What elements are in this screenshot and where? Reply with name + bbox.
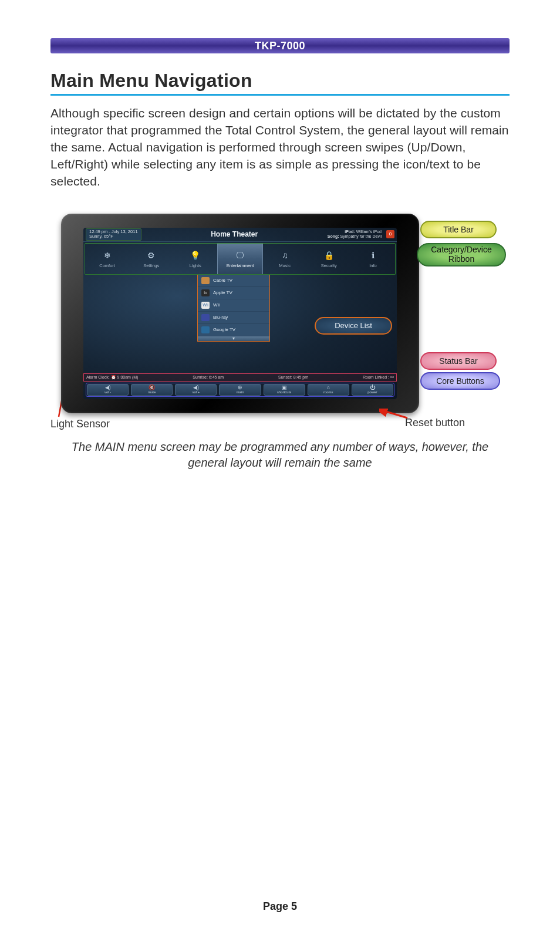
screen-status-bar: Alarm Clock: ⏰ 9:00am (M) Sunrise: 6:45 … <box>83 373 397 382</box>
light-sensor-label: Light Sensor <box>50 418 110 430</box>
page-header-bar: TKP-7000 <box>50 38 510 53</box>
device-list-dropdown: Cable TV tv Apple TV Wii Wii Blu-ray <box>197 275 270 342</box>
core-button-label: vol - <box>104 390 111 394</box>
core-button-label: power <box>367 390 377 394</box>
power-button[interactable]: ⏻ power <box>352 384 393 396</box>
ribbon-label: Music <box>279 263 291 268</box>
device-list-item[interactable]: Wii Wii <box>198 299 269 312</box>
ribbon-label: Security <box>321 263 337 268</box>
callout-status-bar: Status Bar <box>420 352 497 370</box>
device-chip-icon <box>201 314 210 321</box>
globe-icon: ⊕ <box>238 385 242 390</box>
figure: 12:49 pm - July 13, 2011 Sunny, 65°F Hom… <box>50 214 510 437</box>
link-icon: ⚯ <box>390 375 394 379</box>
tablet-device: 12:49 pm - July 13, 2011 Sunny, 65°F Hom… <box>61 214 419 413</box>
core-buttons-row: ◀) vol - 🔇 mute ◀) vol + ⊕ main <box>86 383 394 397</box>
ribbon-label: Lights <box>190 263 201 268</box>
main-button[interactable]: ⊕ main <box>219 384 261 396</box>
device-chip-icon: tv <box>201 289 210 296</box>
snowflake-icon: ❄ <box>101 249 114 262</box>
ribbon-item-info[interactable]: ℹ Info <box>351 244 395 274</box>
music-icon: ♫ <box>278 249 291 262</box>
ribbon-label: Entertainment <box>227 263 254 268</box>
lock-icon: 🔒 <box>322 249 335 262</box>
core-button-label: mute <box>148 390 156 394</box>
core-button-label: shortcuts <box>277 390 291 394</box>
core-button-label: rooms <box>323 390 333 394</box>
callout-title-bar: Title Bar <box>420 221 497 238</box>
vol-up-button[interactable]: ◀) vol + <box>175 384 217 396</box>
alarm-label: Alarm Clock: <box>86 375 110 379</box>
callout-device-list: Device List <box>315 317 392 335</box>
figure-caption: The MAIN menu screen may be programmed a… <box>50 439 510 471</box>
now-playing-line2-value: Sympathy for the Devil <box>340 234 382 238</box>
svg-line-1 <box>384 411 407 418</box>
volume-icon: ◀) <box>193 385 199 390</box>
callout-ribbon-line1: Category/Device <box>431 245 492 254</box>
device-list-item[interactable]: Cable TV <box>198 275 269 287</box>
sunset-label: Sunset: <box>278 375 292 379</box>
device-label: Blu-ray <box>213 315 228 320</box>
time-weather-box: 12:49 pm - July 13, 2011 Sunny, 65°F <box>86 228 141 241</box>
ribbon-item-entertainment[interactable]: 🖵 Entertainment <box>217 244 262 274</box>
ribbon-item-music[interactable]: ♫ Music <box>263 244 307 274</box>
section-body-text: Although specific screen design and cert… <box>50 105 510 190</box>
ribbon-item-settings[interactable]: ⚙ Settings <box>129 244 173 274</box>
now-playing-line2-label: Song: <box>328 234 339 238</box>
ribbon-label: Comfort <box>99 263 115 268</box>
vol-down-button[interactable]: ◀) vol - <box>87 384 129 396</box>
device-label: Cable TV <box>213 278 232 283</box>
mute-icon: 🔇 <box>149 385 155 390</box>
sunrise-label: Sunrise: <box>193 375 208 379</box>
page-number: Page 5 <box>0 900 560 913</box>
device-chip-icon <box>201 326 210 333</box>
alarm-icon: ⏰ <box>111 375 116 379</box>
category-ribbon: ❄ Comfort ⚙ Settings 💡 Lights 🖵 Entertai… <box>85 243 396 275</box>
ribbon-item-comfort[interactable]: ❄ Comfort <box>85 244 129 274</box>
ribbon-label: Info <box>369 263 377 268</box>
now-playing-line1-value: William's iPod <box>356 230 382 234</box>
sunset-value: 8:45 pm <box>294 375 308 379</box>
callout-core-buttons: Core Buttons <box>420 372 500 390</box>
info-icon: ℹ <box>366 249 379 262</box>
ribbon-item-security[interactable]: 🔒 Security <box>307 244 351 274</box>
screen-title-bar: 12:49 pm - July 13, 2011 Sunny, 65°F Hom… <box>83 228 397 242</box>
now-playing-box: iPod: William's iPod Song: Sympathy for … <box>328 230 384 239</box>
bulb-icon: 💡 <box>189 249 202 262</box>
house-icon: ⌂ <box>327 385 330 390</box>
device-label: Wii <box>213 302 220 308</box>
device-list-item[interactable]: Google TV <box>198 324 269 336</box>
rooms-button[interactable]: ⌂ rooms <box>308 384 349 396</box>
ribbon-item-lights[interactable]: 💡 Lights <box>173 244 217 274</box>
device-list-expander[interactable]: ▾ <box>198 336 269 341</box>
shortcuts-button[interactable]: ▣ shortcuts <box>264 384 305 396</box>
sunrise-value: 6:45 am <box>209 375 224 379</box>
callout-ribbon-line2: Ribbon <box>448 255 474 264</box>
device-label: Google TV <box>213 327 235 332</box>
ribbon-label: Settings <box>143 263 159 268</box>
room-linked-label: Room Linked : <box>363 375 389 379</box>
mute-button[interactable]: 🔇 mute <box>131 384 173 396</box>
section-title: Main Menu Navigation <box>50 70 510 96</box>
device-list-item[interactable]: tv Apple TV <box>198 287 269 299</box>
weather-text: Sunny, 65°F <box>89 234 138 239</box>
room-name: Home Theater <box>141 230 328 238</box>
device-chip-icon <box>201 277 210 284</box>
reset-button-label: Reset button <box>405 417 465 429</box>
core-button-label: vol + <box>192 390 200 394</box>
now-playing-badge[interactable]: 0 <box>386 230 394 238</box>
device-label: Apple TV <box>213 290 232 295</box>
tablet-screen[interactable]: 12:49 pm - July 13, 2011 Sunny, 65°F Hom… <box>83 228 397 399</box>
volume-icon: ◀) <box>105 385 111 390</box>
alarm-value: 9:00am (M) <box>117 375 139 379</box>
shortcuts-icon: ▣ <box>282 385 287 390</box>
now-playing-line1-label: iPod: <box>345 230 355 234</box>
power-icon: ⏻ <box>370 385 375 390</box>
core-button-label: main <box>236 390 244 394</box>
device-chip-icon: Wii <box>201 302 210 309</box>
callout-ribbon: Category/Device Ribbon <box>417 243 506 266</box>
screen-icon: 🖵 <box>234 249 247 262</box>
device-list-item[interactable]: Blu-ray <box>198 312 269 324</box>
gear-icon: ⚙ <box>145 249 158 262</box>
